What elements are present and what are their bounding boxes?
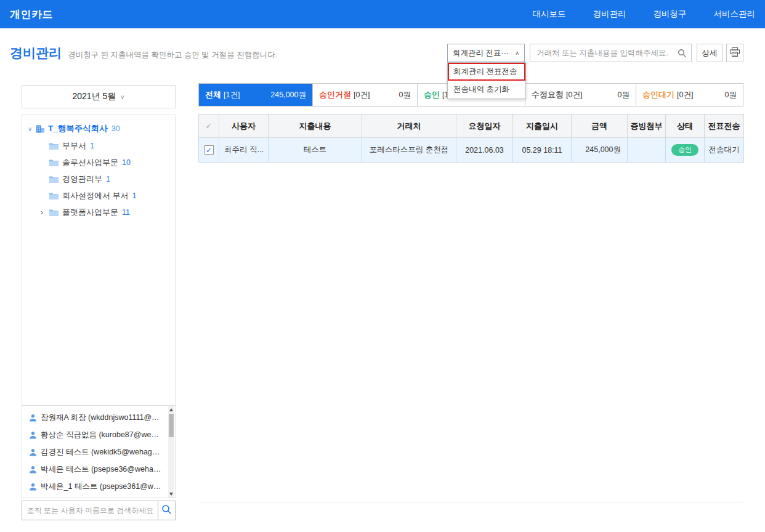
user-item-label: 장원재A 회장 (wkddnjswo1111@… [41,413,160,423]
scroll-up-icon[interactable] [169,408,173,411]
nav-service-management[interactable]: 서비스관리 [714,9,756,20]
expense-search-input[interactable] [530,44,691,62]
cell-transfer-state: 전송대기 [705,138,744,163]
tree-item-count: 1 [106,175,110,183]
cell-request-date: 2021.06.03 [456,138,513,163]
check-icon: ✓ [206,147,212,154]
cell-status: 승인 [666,138,705,163]
option-reset-transfer[interactable]: 전송내역 초기화 [448,81,525,99]
row-checkbox[interactable]: ✓ [204,145,214,155]
page-title: 경비관리 [10,44,62,62]
table-row[interactable]: ✓ 최주리 직... 테스트 포레스타스프링 춘천점 2021.06.03 05… [199,138,744,163]
main-nav: 대시보드 경비관리 경비청구 서비스관리 [506,9,756,20]
page-header: 경비관리 경비청구 된 지출내역을 확인하고 승인 및 거절을 진행합니다. 회… [0,28,765,74]
col-request-date: 요청일자 [456,115,513,138]
folder-icon [49,192,59,200]
col-expense-datetime: 지출일시 [513,115,572,138]
cell-amount: 245,000원 [572,138,628,163]
tree-item-dept-1[interactable]: 부부서 1 [22,137,175,154]
tree-item-count: 1 [90,142,94,150]
app-brand[interactable]: 개인카드 [10,7,53,22]
transfer-action-select-value: 회계관리 전표··· [453,48,509,58]
search-icon[interactable] [678,49,687,60]
user-item-5[interactable]: 박세은_1 테스트 (psepse361@w… [26,478,168,495]
cell-user: 최주리 직... [219,138,269,163]
col-status: 상태 [666,115,705,138]
person-icon [29,465,37,474]
main-content: 전체 [1건] 245,000원 승인거절 [0건] 0원 승인 [1건] 24… [198,83,743,502]
chevron-up-icon: ∧ [515,50,519,56]
top-navbar: 개인카드 대시보드 경비관리 경비청구 서비스관리 [0,0,765,28]
tree-item-label: 플랫폼사업부문 [62,207,118,218]
status-badge: 승인 [671,144,698,156]
transfer-action-dropdown: 회계관리 전표전송 전송내역 초기화 [447,62,526,99]
expense-table: ✓ 사용자 지출내용 거래처 요청일자 지출일시 금액 증빙첨부 상태 전표전송… [198,114,744,163]
chevron-right-icon[interactable]: › [41,208,49,217]
option-send-voucher[interactable]: 회계관리 전표전송 [448,63,525,81]
transfer-action-select[interactable]: 회계관리 전표··· ∧ [447,44,525,62]
nav-expense-management[interactable]: 경비관리 [593,9,626,20]
user-item-label: 박세은_1 테스트 (psepse361@w… [41,482,161,492]
scroll-down-icon[interactable] [169,493,173,496]
folder-icon [49,175,59,183]
header-controls: 회계관리 전표··· ∧ 회계관리 전표전송 전송내역 초기화 상세 [447,44,743,62]
nav-dashboard[interactable]: 대시보드 [533,9,566,20]
user-list: 장원재A 회장 (wkddnjswo1111@… 황상순 직급없음 (kurob… [22,405,175,498]
building-icon [36,124,45,133]
page-subtitle: 경비청구 된 지출내역을 확인하고 승인 및 거절을 진행합니다. [68,50,277,60]
printer-icon [730,47,740,58]
month-selector-value: 2021년 5월 [72,91,116,102]
collapse-icon[interactable]: ∨ [28,126,36,132]
tree-root-company[interactable]: ∨ T_행복주식회사 30 [22,120,175,137]
tree-item-label: 회사설정에서 부서 [62,190,129,201]
user-item-1[interactable]: 장원재A 회장 (wkddnjswo1111@… [26,409,168,426]
summary-modify-request[interactable]: 수정요청 [0건] 0원 [525,84,636,106]
summary-pending[interactable]: 승인대기 [0건] 0원 [636,84,743,106]
summary-total[interactable]: 전체 [1건] 245,000원 [199,84,312,106]
cell-attachment [628,138,666,163]
folder-icon [49,142,59,150]
chevron-down-icon: ∨ [120,94,124,100]
person-icon [29,431,37,439]
expense-search-box [530,44,692,62]
tree-item-label: 부부서 [62,140,86,151]
org-sidebar: 2021년 5월 ∨ ∨ T_행복 [22,85,176,520]
col-content: 지출내용 [269,115,362,138]
tree-item-dept-4[interactable]: 회사설정에서 부서 1 [22,187,175,204]
tree-root-label: T_행복주식회사 [48,123,108,134]
user-item-label: 김경진 테스트 (wekidk5@wehag… [41,447,160,457]
tree-item-count: 10 [122,158,131,167]
summary-rejected[interactable]: 승인거절 [0건] 0원 [312,84,417,106]
tree-item-count: 1 [132,191,137,200]
table-header-row: ✓ 사용자 지출내용 거래처 요청일자 지출일시 금액 증빙첨부 상태 전표전송 [199,115,744,138]
scrollbar-thumb[interactable] [169,414,174,437]
folder-icon [49,209,59,216]
cell-expense-datetime: 05.29 18:11 [513,138,572,163]
folder-icon [49,159,59,166]
print-button[interactable] [726,44,743,62]
tree-item-dept-5[interactable]: › 플랫폼사업부문 11 [22,204,175,220]
user-item-label: 박세은 테스트 (psepse36@weha… [41,464,161,475]
col-transfer: 전표전송 [705,115,744,138]
user-item-3[interactable]: 김경진 테스트 (wekidk5@wehag… [26,443,168,461]
tree-item-label: 경영관리부 [62,174,102,185]
user-search-input[interactable] [22,501,158,520]
user-item-2[interactable]: 황상순 직급없음 (kurobe87@we… [26,426,168,443]
org-panel: ∨ T_행복주식회사 30 [22,115,176,498]
col-vendor: 거래처 [362,115,456,138]
user-search-button[interactable] [158,501,175,520]
tree-item-dept-2[interactable]: 솔루션사업부문 10 [22,154,175,171]
cell-vendor: 포레스타스프링 춘천점 [362,138,456,163]
tree-root-count: 30 [111,124,120,133]
user-item-4[interactable]: 박세은 테스트 (psepse36@weha… [26,461,168,478]
nav-expense-claim[interactable]: 경비청구 [654,9,687,20]
user-search-box [22,501,176,520]
select-all-checkbox[interactable]: ✓ [199,115,219,138]
col-amount: 금액 [572,115,628,138]
month-selector[interactable]: 2021년 5월 ∨ [22,85,176,108]
user-list-scrollbar[interactable] [168,406,174,498]
detail-button[interactable]: 상세 [697,44,722,62]
person-icon [29,448,37,456]
tree-item-dept-3[interactable]: 경영관리부 1 [22,171,175,187]
col-user: 사용자 [219,115,269,138]
